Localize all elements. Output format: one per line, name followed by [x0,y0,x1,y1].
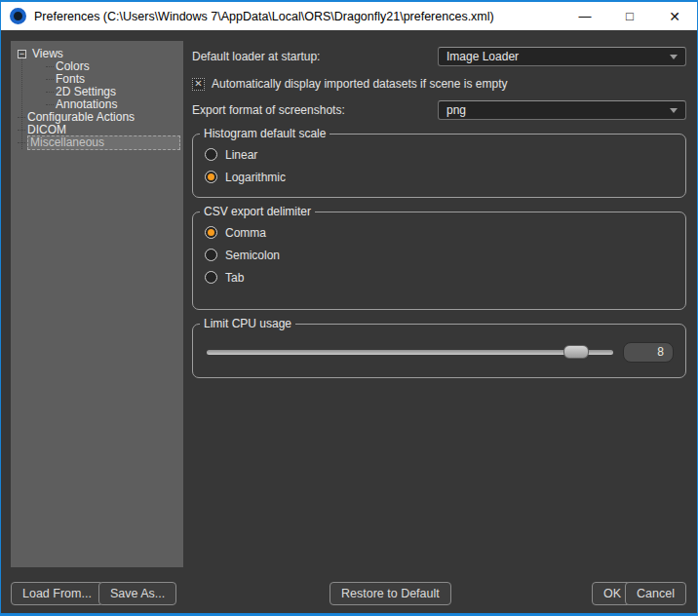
group-title: CSV export delimiter [200,205,315,218]
save-as-button[interactable]: Save As... [98,582,176,605]
chevron-down-icon [670,108,678,113]
load-from-button[interactable]: Load From... [11,582,103,605]
radio-semicolon[interactable]: Semicolon [205,247,676,263]
radio-tab[interactable]: Tab [205,269,676,286]
group-title: Limit CPU usage [200,317,295,330]
export-format-dropdown[interactable]: png [438,100,686,120]
cpu-value-field[interactable]: 8 [623,342,674,363]
auto-display-checkbox[interactable]: ✕ [192,78,205,91]
radio-icon[interactable] [205,271,217,284]
radio-icon[interactable] [205,148,217,161]
tree-item-miscellaneous[interactable]: Miscellaneous [11,136,183,149]
slider-track[interactable] [207,350,613,355]
minimize-button[interactable]: — [562,2,607,30]
radio-logarithmic[interactable]: Logarithmic [205,169,676,185]
radio-icon[interactable] [205,249,217,261]
tree-item-views[interactable]: − Views [11,48,183,60]
tree-branch-icon [46,66,54,67]
tree-branch-icon [46,79,54,80]
export-format-label: Export format of screenshots: [192,103,438,117]
dialog-body: − Views Colors Fonts 2D Settings A [1,30,697,613]
maximize-button[interactable]: □ [607,2,652,30]
preferences-dialog: Preferences (C:\Users\Windows 7\AppData\… [0,0,698,616]
histogram-scale-group: Histogram default scale Linear Logarithm… [192,134,686,198]
footer-bar: Load From... Save As... Restore to Defau… [1,582,697,605]
tree-branch-icon [18,117,25,118]
close-button[interactable]: ✕ [652,2,697,30]
cpu-slider-handle[interactable] [563,345,589,359]
radio-icon[interactable] [205,171,217,183]
window-title: Preferences (C:\Users\Windows 7\AppData\… [34,10,562,23]
preferences-tree: − Views Colors Fonts 2D Settings A [11,41,183,567]
radio-linear[interactable]: Linear [205,146,676,163]
cpu-usage-group: Limit CPU usage 8 [192,324,686,378]
auto-display-label: Automatically display imported datasets … [212,77,507,91]
settings-panel: Default loader at startup: Image Loader … [192,41,686,378]
tree-branch-icon [46,104,54,105]
default-loader-dropdown[interactable]: Image Loader [438,47,686,66]
csv-delimiter-group: CSV export delimiter Comma Semicolon Tab [192,212,686,310]
cpu-slider[interactable] [207,342,613,362]
app-logo-icon [10,8,26,24]
tree-branch-icon [18,130,25,131]
radio-icon[interactable] [205,226,217,239]
radio-comma[interactable]: Comma [205,224,676,241]
collapse-icon[interactable]: − [18,50,26,58]
default-loader-label: Default loader at startup: [192,50,438,63]
tree-item-colors[interactable]: Colors [11,60,183,73]
titlebar: Preferences (C:\Users\Windows 7\AppData\… [1,2,697,30]
restore-default-button[interactable]: Restore to Default [330,582,451,605]
chevron-down-icon [670,55,678,59]
tree-branch-icon [18,142,25,143]
cancel-button[interactable]: Cancel [625,582,686,605]
tree-branch-icon [46,92,54,93]
group-title: Histogram default scale [200,127,330,140]
